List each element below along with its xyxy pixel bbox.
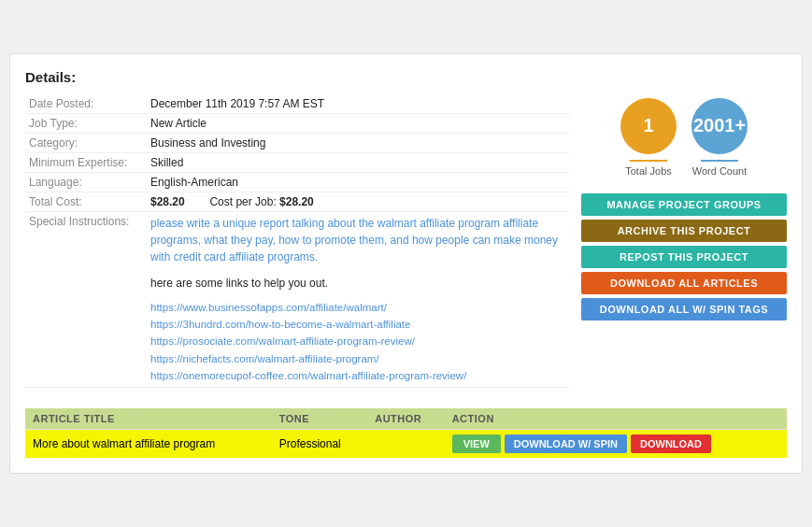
min-expertise-label: Minimum Expertise:: [25, 152, 147, 172]
archive-button[interactable]: ARCHIVE THIS PROJECT: [581, 220, 787, 242]
category-value: Business and Investing: [147, 133, 570, 152]
link-2[interactable]: https://3hundrd.com/how-to-become-a-walm…: [150, 316, 566, 333]
date-posted-value: December 11th 2019 7:57 AM EST: [147, 94, 570, 114]
col-article-title: ARTICLE TITLE: [25, 408, 272, 430]
download-row-button[interactable]: DOWNLOAD: [631, 434, 711, 453]
col-tone: TONE: [272, 408, 367, 430]
link-3[interactable]: https://prosociate.com/walmart-affiliate…: [150, 333, 566, 349]
language-value: English-American: [147, 172, 570, 192]
total-cost-value: $28.20: [150, 195, 185, 208]
language-row: Language: English-American: [25, 172, 570, 192]
category-row: Category: Business and Investing: [25, 133, 570, 152]
min-expertise-row: Minimum Expertise: Skilled: [25, 152, 570, 172]
action-cell: VIEW DOWNLOAD W/ SPIN DOWNLOAD: [452, 434, 779, 453]
date-posted-label: Date Posted:: [25, 94, 147, 114]
table-header-row: ARTICLE TITLE TONE AUTHOR ACTION: [25, 408, 787, 430]
repost-button[interactable]: REPOST THIS PROJECT: [581, 246, 787, 268]
total-jobs-item: 1 Total Jobs: [620, 98, 677, 177]
action-buttons: MANAGE PROJECT GROUPS ARCHIVE THIS PROJE…: [581, 193, 787, 320]
total-jobs-circle: 1: [620, 98, 677, 154]
link-4[interactable]: https://nichefacts.com/walmart-affiliate…: [150, 350, 566, 367]
main-content: Date Posted: December 11th 2019 7:57 AM …: [25, 94, 787, 396]
total-jobs-underline: [630, 160, 667, 162]
info-table: Date Posted: December 11th 2019 7:57 AM …: [25, 94, 570, 389]
row-action: VIEW DOWNLOAD W/ SPIN DOWNLOAD: [445, 430, 787, 459]
articles-table: ARTICLE TITLE TONE AUTHOR ACTION More ab…: [25, 408, 787, 458]
row-tone: Professional: [272, 430, 367, 459]
manage-groups-button[interactable]: MANAGE PROJECT GROUPS: [581, 193, 787, 216]
word-count-circle: 2001+: [691, 98, 748, 154]
view-button[interactable]: VIEW: [452, 434, 501, 453]
total-cost-row: Total Cost: $28.20 Cost per Job: $28.20: [25, 192, 570, 211]
left-panel: Date Posted: December 11th 2019 7:57 AM …: [25, 94, 570, 396]
row-article-title: More about walmart affiliate program: [25, 430, 272, 459]
special-instructions-content: please write a unique report talking abo…: [147, 211, 570, 388]
job-type-value: New Article: [147, 113, 570, 133]
word-count-underline: [701, 160, 738, 162]
instructions-paragraph: please write a unique report talking abo…: [150, 215, 566, 265]
total-cost-cell: $28.20 Cost per Job: $28.20: [147, 192, 570, 211]
special-instructions-row: Special Instructions: please write a uni…: [25, 211, 570, 388]
instructions-text2: here are some links to help you out.: [150, 275, 566, 292]
download-spin-row-button[interactable]: DOWNLOAD W/ SPIN: [505, 434, 627, 453]
total-cost-label: Total Cost:: [25, 192, 147, 211]
details-heading: Details:: [25, 69, 787, 85]
total-jobs-value: 1: [643, 115, 653, 136]
word-count-label: Word Count: [692, 165, 748, 177]
job-type-row: Job Type: New Article: [25, 113, 570, 133]
date-posted-row: Date Posted: December 11th 2019 7:57 AM …: [25, 94, 570, 114]
link-1[interactable]: https://www.businessofapps.com/affiliate…: [150, 299, 566, 316]
category-label: Category:: [25, 133, 147, 152]
links-section: https://www.businessofapps.com/affiliate…: [150, 299, 566, 385]
language-label: Language:: [25, 172, 147, 192]
table-body: More about walmart affiliate program Pro…: [25, 430, 787, 459]
col-author: AUTHOR: [367, 408, 444, 430]
word-count-item: 2001+ Word Count: [691, 98, 748, 177]
min-expertise-value: Skilled: [147, 152, 570, 172]
table-header: ARTICLE TITLE TONE AUTHOR ACTION: [25, 408, 787, 430]
cost-per-job-value: $28.20: [279, 195, 314, 208]
total-jobs-label: Total Jobs: [625, 165, 672, 177]
table-row: More about walmart affiliate program Pro…: [25, 430, 787, 459]
job-type-label: Job Type:: [25, 113, 147, 133]
word-count-value: 2001+: [693, 115, 746, 136]
circles-row: 1 Total Jobs 2001+ Word Count: [620, 98, 748, 177]
row-author: [367, 430, 444, 459]
download-spin-button[interactable]: DOWNLOAD ALL W/ SPIN TAGS: [581, 298, 787, 320]
right-panel: 1 Total Jobs 2001+ Word Count MANAGE PRO…: [581, 94, 787, 396]
instructions-text: credit card affiliate programs.: [174, 250, 319, 264]
col-action: ACTION: [445, 408, 787, 430]
link-5[interactable]: https://onemorecupof-coffee.com/walmart-…: [150, 367, 566, 384]
special-instructions-label: Special Instructions:: [25, 211, 147, 388]
cost-per-job-label: Cost per Job:: [209, 195, 276, 208]
main-container: Details: Date Posted: December 11th 2019…: [9, 53, 803, 475]
download-all-button[interactable]: DOWNLOAD ALL ARTICLES: [581, 272, 787, 294]
